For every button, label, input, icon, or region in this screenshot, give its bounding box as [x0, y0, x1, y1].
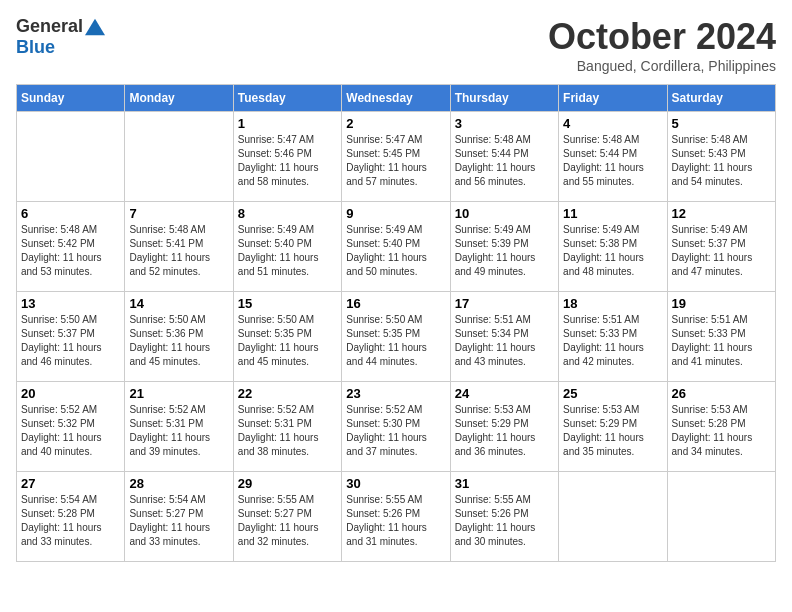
calendar-cell-6: 5 Sunrise: 5:48 AMSunset: 5:43 PMDayligh… [667, 112, 775, 202]
calendar-cell-32: 31 Sunrise: 5:55 AMSunset: 5:26 PMDaylig… [450, 472, 558, 562]
day-info: Sunrise: 5:53 AMSunset: 5:29 PMDaylight:… [563, 403, 662, 459]
logo-general-text: General [16, 16, 83, 37]
week-row-3: 13 Sunrise: 5:50 AMSunset: 5:37 PMDaylig… [17, 292, 776, 382]
day-info: Sunrise: 5:50 AMSunset: 5:35 PMDaylight:… [238, 313, 337, 369]
calendar-cell-12: 11 Sunrise: 5:49 AMSunset: 5:38 PMDaylig… [559, 202, 667, 292]
day-info: Sunrise: 5:50 AMSunset: 5:36 PMDaylight:… [129, 313, 228, 369]
calendar-cell-7: 6 Sunrise: 5:48 AMSunset: 5:42 PMDayligh… [17, 202, 125, 292]
calendar-cell-3: 2 Sunrise: 5:47 AMSunset: 5:45 PMDayligh… [342, 112, 450, 202]
day-number: 3 [455, 116, 554, 131]
day-info: Sunrise: 5:48 AMSunset: 5:44 PMDaylight:… [563, 133, 662, 189]
day-number: 25 [563, 386, 662, 401]
day-info: Sunrise: 5:47 AMSunset: 5:46 PMDaylight:… [238, 133, 337, 189]
calendar-cell-8: 7 Sunrise: 5:48 AMSunset: 5:41 PMDayligh… [125, 202, 233, 292]
week-row-4: 20 Sunrise: 5:52 AMSunset: 5:32 PMDaylig… [17, 382, 776, 472]
day-info: Sunrise: 5:55 AMSunset: 5:26 PMDaylight:… [455, 493, 554, 549]
calendar-cell-20: 19 Sunrise: 5:51 AMSunset: 5:33 PMDaylig… [667, 292, 775, 382]
day-number: 12 [672, 206, 771, 221]
day-number: 24 [455, 386, 554, 401]
calendar-cell-33 [559, 472, 667, 562]
day-info: Sunrise: 5:51 AMSunset: 5:34 PMDaylight:… [455, 313, 554, 369]
day-number: 20 [21, 386, 120, 401]
day-info: Sunrise: 5:48 AMSunset: 5:43 PMDaylight:… [672, 133, 771, 189]
calendar-cell-9: 8 Sunrise: 5:49 AMSunset: 5:40 PMDayligh… [233, 202, 341, 292]
day-info: Sunrise: 5:55 AMSunset: 5:27 PMDaylight:… [238, 493, 337, 549]
day-number: 6 [21, 206, 120, 221]
calendar-cell-16: 15 Sunrise: 5:50 AMSunset: 5:35 PMDaylig… [233, 292, 341, 382]
day-number: 22 [238, 386, 337, 401]
calendar-header-row: Sunday Monday Tuesday Wednesday Thursday… [17, 85, 776, 112]
day-number: 2 [346, 116, 445, 131]
day-info: Sunrise: 5:52 AMSunset: 5:32 PMDaylight:… [21, 403, 120, 459]
day-info: Sunrise: 5:52 AMSunset: 5:31 PMDaylight:… [129, 403, 228, 459]
day-info: Sunrise: 5:51 AMSunset: 5:33 PMDaylight:… [672, 313, 771, 369]
week-row-1: 1 Sunrise: 5:47 AMSunset: 5:46 PMDayligh… [17, 112, 776, 202]
day-info: Sunrise: 5:50 AMSunset: 5:37 PMDaylight:… [21, 313, 120, 369]
calendar-cell-22: 21 Sunrise: 5:52 AMSunset: 5:31 PMDaylig… [125, 382, 233, 472]
day-number: 9 [346, 206, 445, 221]
day-number: 29 [238, 476, 337, 491]
day-info: Sunrise: 5:48 AMSunset: 5:41 PMDaylight:… [129, 223, 228, 279]
calendar-cell-21: 20 Sunrise: 5:52 AMSunset: 5:32 PMDaylig… [17, 382, 125, 472]
logo: General Blue [16, 16, 105, 58]
day-number: 1 [238, 116, 337, 131]
day-info: Sunrise: 5:50 AMSunset: 5:35 PMDaylight:… [346, 313, 445, 369]
calendar-cell-24: 23 Sunrise: 5:52 AMSunset: 5:30 PMDaylig… [342, 382, 450, 472]
calendar-cell-18: 17 Sunrise: 5:51 AMSunset: 5:34 PMDaylig… [450, 292, 558, 382]
calendar-cell-25: 24 Sunrise: 5:53 AMSunset: 5:29 PMDaylig… [450, 382, 558, 472]
day-number: 23 [346, 386, 445, 401]
day-number: 31 [455, 476, 554, 491]
calendar-cell-28: 27 Sunrise: 5:54 AMSunset: 5:28 PMDaylig… [17, 472, 125, 562]
day-info: Sunrise: 5:47 AMSunset: 5:45 PMDaylight:… [346, 133, 445, 189]
day-info: Sunrise: 5:53 AMSunset: 5:29 PMDaylight:… [455, 403, 554, 459]
header-sunday: Sunday [17, 85, 125, 112]
day-info: Sunrise: 5:49 AMSunset: 5:38 PMDaylight:… [563, 223, 662, 279]
calendar-cell-31: 30 Sunrise: 5:55 AMSunset: 5:26 PMDaylig… [342, 472, 450, 562]
day-info: Sunrise: 5:52 AMSunset: 5:30 PMDaylight:… [346, 403, 445, 459]
location-subtitle: Bangued, Cordillera, Philippines [548, 58, 776, 74]
calendar-cell-14: 13 Sunrise: 5:50 AMSunset: 5:37 PMDaylig… [17, 292, 125, 382]
day-number: 18 [563, 296, 662, 311]
header-monday: Monday [125, 85, 233, 112]
day-info: Sunrise: 5:49 AMSunset: 5:37 PMDaylight:… [672, 223, 771, 279]
week-row-5: 27 Sunrise: 5:54 AMSunset: 5:28 PMDaylig… [17, 472, 776, 562]
day-info: Sunrise: 5:52 AMSunset: 5:31 PMDaylight:… [238, 403, 337, 459]
day-info: Sunrise: 5:54 AMSunset: 5:27 PMDaylight:… [129, 493, 228, 549]
day-number: 21 [129, 386, 228, 401]
day-number: 5 [672, 116, 771, 131]
day-number: 4 [563, 116, 662, 131]
calendar-cell-26: 25 Sunrise: 5:53 AMSunset: 5:29 PMDaylig… [559, 382, 667, 472]
day-info: Sunrise: 5:49 AMSunset: 5:39 PMDaylight:… [455, 223, 554, 279]
day-info: Sunrise: 5:48 AMSunset: 5:42 PMDaylight:… [21, 223, 120, 279]
header-friday: Friday [559, 85, 667, 112]
page-header: General Blue October 2024 Bangued, Cordi… [16, 16, 776, 74]
calendar-cell-30: 29 Sunrise: 5:55 AMSunset: 5:27 PMDaylig… [233, 472, 341, 562]
day-number: 14 [129, 296, 228, 311]
day-info: Sunrise: 5:54 AMSunset: 5:28 PMDaylight:… [21, 493, 120, 549]
day-number: 11 [563, 206, 662, 221]
header-wednesday: Wednesday [342, 85, 450, 112]
calendar-cell-2: 1 Sunrise: 5:47 AMSunset: 5:46 PMDayligh… [233, 112, 341, 202]
calendar-cell-19: 18 Sunrise: 5:51 AMSunset: 5:33 PMDaylig… [559, 292, 667, 382]
day-info: Sunrise: 5:55 AMSunset: 5:26 PMDaylight:… [346, 493, 445, 549]
calendar-cell-17: 16 Sunrise: 5:50 AMSunset: 5:35 PMDaylig… [342, 292, 450, 382]
calendar-cell-29: 28 Sunrise: 5:54 AMSunset: 5:27 PMDaylig… [125, 472, 233, 562]
calendar-cell-13: 12 Sunrise: 5:49 AMSunset: 5:37 PMDaylig… [667, 202, 775, 292]
calendar-cell-1 [125, 112, 233, 202]
calendar-cell-27: 26 Sunrise: 5:53 AMSunset: 5:28 PMDaylig… [667, 382, 775, 472]
calendar-cell-10: 9 Sunrise: 5:49 AMSunset: 5:40 PMDayligh… [342, 202, 450, 292]
day-number: 10 [455, 206, 554, 221]
calendar-table: Sunday Monday Tuesday Wednesday Thursday… [16, 84, 776, 562]
day-number: 19 [672, 296, 771, 311]
day-info: Sunrise: 5:49 AMSunset: 5:40 PMDaylight:… [346, 223, 445, 279]
calendar-cell-5: 4 Sunrise: 5:48 AMSunset: 5:44 PMDayligh… [559, 112, 667, 202]
header-saturday: Saturday [667, 85, 775, 112]
week-row-2: 6 Sunrise: 5:48 AMSunset: 5:42 PMDayligh… [17, 202, 776, 292]
day-number: 27 [21, 476, 120, 491]
calendar-cell-34 [667, 472, 775, 562]
title-section: October 2024 Bangued, Cordillera, Philip… [548, 16, 776, 74]
header-thursday: Thursday [450, 85, 558, 112]
day-info: Sunrise: 5:49 AMSunset: 5:40 PMDaylight:… [238, 223, 337, 279]
month-title: October 2024 [548, 16, 776, 58]
svg-marker-0 [85, 18, 105, 35]
